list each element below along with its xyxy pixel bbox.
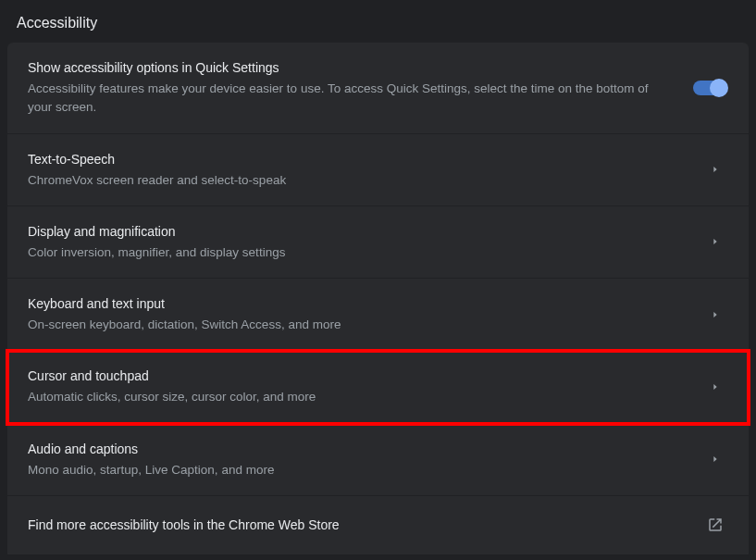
row-title: Keyboard and text input [28, 294, 684, 314]
row-subtitle: Mono audio, startup, Live Caption, and m… [28, 461, 684, 479]
row-title: Display and magnification [28, 222, 684, 242]
row-display-magnification[interactable]: Display and magnification Color inversio… [7, 206, 749, 279]
row-cursor-touchpad[interactable]: Cursor and touchpad Automatic clicks, cu… [7, 351, 749, 423]
page-title: Accessibility [0, 0, 756, 43]
row-text: Display and magnification Color inversio… [28, 222, 702, 262]
toggle-quick-settings[interactable] [691, 81, 728, 95]
chevron-right-icon [702, 382, 728, 392]
row-text-to-speech[interactable]: Text-to-Speech ChromeVox screen reader a… [7, 134, 749, 206]
row-text: Audio and captions Mono audio, startup, … [28, 440, 702, 479]
external-link-icon [702, 516, 728, 533]
row-subtitle: Automatic clicks, cursor size, cursor co… [28, 388, 684, 406]
row-quick-settings[interactable]: Show accessibility options in Quick Sett… [7, 43, 749, 134]
row-text: Find more accessibility tools in the Chr… [28, 516, 702, 535]
row-title: Audio and captions [28, 440, 684, 459]
row-title: Cursor and touchpad [28, 367, 684, 386]
row-audio-captions[interactable]: Audio and captions Mono audio, startup, … [7, 424, 749, 496]
row-subtitle: ChromeVox screen reader and select-to-sp… [28, 171, 684, 190]
row-subtitle: Accessibility features make your device … [28, 80, 673, 118]
chevron-right-icon [702, 237, 728, 246]
toggle-switch[interactable] [693, 81, 726, 95]
row-text: Show accessibility options in Quick Sett… [28, 58, 691, 118]
settings-list: Show accessibility options in Quick Sett… [0, 43, 756, 555]
row-text: Text-to-Speech ChromeVox screen reader a… [28, 150, 702, 190]
chevron-right-icon [702, 165, 728, 174]
chevron-right-icon [702, 454, 728, 464]
toggle-knob [710, 79, 728, 97]
row-title: Show accessibility options in Quick Sett… [28, 58, 673, 78]
row-text: Keyboard and text input On-screen keyboa… [28, 294, 702, 334]
row-keyboard-text-input[interactable]: Keyboard and text input On-screen keyboa… [7, 279, 749, 351]
chevron-right-icon [702, 310, 728, 319]
row-chrome-web-store[interactable]: Find more accessibility tools in the Chr… [7, 496, 749, 555]
row-subtitle: Color inversion, magnifier, and display … [28, 243, 684, 262]
row-title: Text-to-Speech [28, 150, 684, 169]
row-text: Cursor and touchpad Automatic clicks, cu… [28, 367, 702, 406]
row-title: Find more accessibility tools in the Chr… [28, 516, 684, 535]
row-subtitle: On-screen keyboard, dictation, Switch Ac… [28, 316, 684, 334]
